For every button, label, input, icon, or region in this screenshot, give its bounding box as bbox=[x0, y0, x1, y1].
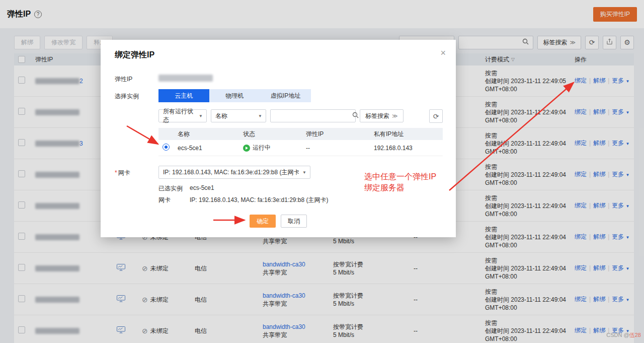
selected-instance-value: ecs-5ce1 bbox=[190, 184, 214, 193]
instance-radio[interactable] bbox=[163, 144, 170, 151]
modal-tag-search-button[interactable]: 标签搜索 ≫ bbox=[360, 109, 404, 122]
chevron-down-icon: ▼ bbox=[258, 114, 262, 118]
confirm-button[interactable]: 确定 bbox=[250, 215, 276, 228]
close-icon[interactable]: × bbox=[438, 46, 448, 60]
instance-status: 运行中 bbox=[239, 144, 302, 152]
selected-instance-row: 已选实例 ecs-5ce1 bbox=[158, 184, 214, 193]
modal-refresh-button[interactable]: ⟳ bbox=[429, 109, 443, 123]
modal-eip-label: 弹性IP bbox=[115, 75, 132, 84]
instance-table: 名称 状态 弹性IP 私有IP地址 ecs-5ce1 运行中 -- 192.16… bbox=[158, 128, 443, 156]
modal-buttons: 确定 取消 bbox=[101, 215, 456, 228]
tab-physical-server[interactable]: 物理机 bbox=[209, 89, 260, 102]
double-chevron-icon: ≫ bbox=[392, 113, 398, 119]
tab-virtual-ip[interactable]: 虚拟IP地址 bbox=[260, 89, 311, 102]
instance-row[interactable]: ecs-5ce1 运行中 -- 192.168.0.143 bbox=[158, 140, 443, 156]
running-status-select[interactable]: 所有运行状态 ▼ bbox=[158, 109, 207, 122]
modal-search-input[interactable] bbox=[274, 110, 352, 121]
selected-nic-value: IP: 192.168.0.143, MAC: fa:16:3e:d1:29:b… bbox=[190, 196, 329, 204]
required-mark: * bbox=[115, 169, 117, 176]
modal-search-box bbox=[270, 109, 356, 122]
refresh-icon: ⟳ bbox=[433, 112, 439, 120]
running-status-icon bbox=[243, 145, 250, 152]
modal-instance-label: 选择实例 bbox=[115, 92, 139, 101]
instance-eip: -- bbox=[302, 145, 370, 152]
cancel-button[interactable]: 取消 bbox=[281, 215, 307, 228]
nic-select[interactable]: IP: 192.168.0.143, MAC: fa:16:3e:d1:29:b… bbox=[158, 166, 310, 179]
modal-title: 绑定弹性IP bbox=[115, 50, 154, 60]
instance-private-ip: 192.168.0.143 bbox=[370, 145, 443, 152]
nic-label: *网卡 bbox=[115, 169, 130, 177]
search-icon[interactable] bbox=[352, 112, 359, 120]
chevron-down-icon: ▼ bbox=[302, 170, 306, 175]
instance-table-header: 名称 状态 弹性IP 私有IP地址 bbox=[158, 128, 443, 140]
selected-nic-row: 网卡 IP: 192.168.0.143, MAC: fa:16:3e:d1:2… bbox=[158, 196, 329, 204]
chevron-down-icon: ▼ bbox=[199, 114, 203, 118]
tab-cloud-server[interactable]: 云主机 bbox=[158, 89, 209, 102]
search-field-select[interactable]: 名称 ▼ bbox=[211, 109, 266, 122]
redacted-eip-value bbox=[158, 75, 213, 82]
instance-type-tabs: 云主机 物理机 虚拟IP地址 bbox=[158, 89, 311, 102]
bind-eip-modal: 绑定弹性IP × 弹性IP 选择实例 云主机 物理机 虚拟IP地址 所有运行状态… bbox=[101, 40, 456, 237]
modal-filters: 所有运行状态 ▼ 名称 ▼ 标签搜索 ≫ bbox=[158, 109, 404, 122]
eip-console-page: 弹性IP ? 购买弹性IP 解绑 修改带宽 释放 ▼ 标签搜索 ≫ ⟳ bbox=[0, 0, 644, 343]
instance-name: ecs-5ce1 bbox=[174, 145, 239, 152]
watermark: CSDN @伍28 bbox=[606, 331, 641, 339]
